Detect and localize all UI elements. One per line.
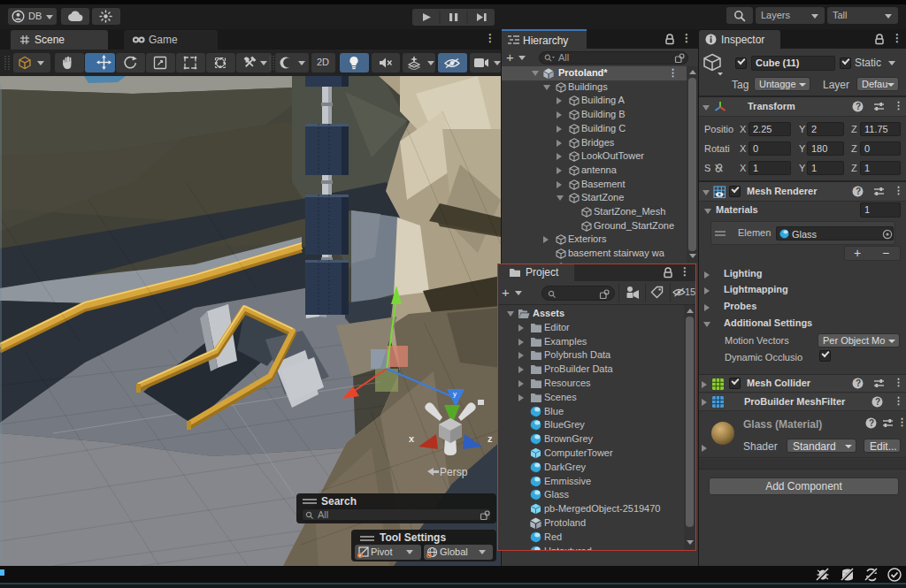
svg-text:?: ? [856,187,861,196]
svg-text:?: ? [856,378,861,388]
svg-text:Persp: Persp [440,466,468,478]
svg-text:x: x [409,433,415,444]
svg-text:?: ? [875,397,880,407]
svg-text:?: ? [856,102,861,111]
svg-text:y: y [453,390,457,398]
svg-text:?: ? [869,418,874,428]
svg-text:z: z [488,433,493,444]
